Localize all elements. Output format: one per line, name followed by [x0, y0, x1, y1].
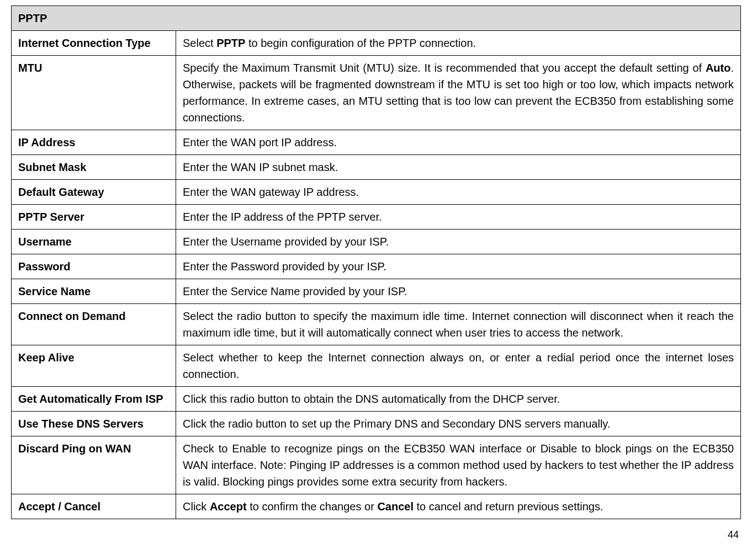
table-row: Subnet Mask Enter the WAN IP subnet mask…: [12, 155, 741, 180]
table-header-row: PPTP: [12, 6, 741, 31]
table-row: Internet Connection Type Select PPTP to …: [12, 31, 741, 56]
row-label: Connect on Demand: [12, 304, 176, 345]
table-row: Default Gateway Enter the WAN gateway IP…: [12, 180, 741, 205]
row-label: PPTP Server: [12, 205, 176, 230]
row-label: Discard Ping on WAN: [12, 436, 176, 494]
row-description: Select PPTP to begin configuration of th…: [176, 31, 741, 56]
table-row: Discard Ping on WAN Check to Enable to r…: [12, 436, 741, 494]
row-description: Click the radio button to set up the Pri…: [176, 412, 741, 436]
row-label: Use These DNS Servers: [12, 412, 176, 436]
row-label: Default Gateway: [12, 180, 176, 205]
row-description: Enter the Username provided by your ISP.: [176, 230, 741, 254]
row-description: Enter the WAN gateway IP address.: [176, 180, 741, 205]
table-row: MTU Specify the Maximum Transmit Unit (M…: [12, 56, 741, 130]
row-description: Enter the WAN IP subnet mask.: [176, 155, 741, 180]
row-label: Subnet Mask: [12, 155, 176, 180]
table-row: Service Name Enter the Service Name prov…: [12, 279, 741, 304]
table-row: PPTP Server Enter the IP address of the …: [12, 205, 741, 230]
row-description: Enter the WAN port IP address.: [176, 130, 741, 155]
pptp-settings-table: PPTP Internet Connection Type Select PPT…: [11, 6, 741, 519]
row-label: Internet Connection Type: [12, 31, 176, 56]
row-label: Accept / Cancel: [12, 494, 176, 519]
table-row: Use These DNS Servers Click the radio bu…: [12, 412, 741, 436]
row-description: Enter the IP address of the PPTP server.: [176, 205, 741, 230]
row-description: Enter the Service Name provided by your …: [176, 279, 741, 304]
table-row: Password Enter the Password provided by …: [12, 254, 741, 279]
row-label: Get Automatically From ISP: [12, 387, 176, 412]
table-row: Get Automatically From ISP Click this ra…: [12, 387, 741, 412]
row-description: Click Accept to confirm the changes or C…: [176, 494, 741, 519]
row-description: Check to Enable to recognize pings on th…: [176, 436, 741, 494]
row-description: Specify the Maximum Transmit Unit (MTU) …: [176, 56, 741, 130]
row-label: IP Address: [12, 130, 176, 155]
row-description: Enter the Password provided by your ISP.: [176, 254, 741, 279]
row-description: Click this radio button to obtain the DN…: [176, 387, 741, 412]
row-label: Keep Alive: [12, 345, 176, 387]
row-label: Username: [12, 230, 176, 254]
table-row: Keep Alive Select whether to keep the In…: [12, 345, 741, 387]
row-label: Service Name: [12, 279, 176, 304]
table-header-title: PPTP: [12, 6, 741, 31]
row-description: Select the radio button to specify the m…: [176, 304, 741, 345]
table-row: Accept / Cancel Click Accept to confirm …: [12, 494, 741, 519]
page-number: 44: [11, 529, 741, 541]
table-row: Username Enter the Username provided by …: [12, 230, 741, 254]
row-description: Select whether to keep the Internet conn…: [176, 345, 741, 387]
table-row: IP Address Enter the WAN port IP address…: [12, 130, 741, 155]
table-row: Connect on Demand Select the radio butto…: [12, 304, 741, 345]
row-label: Password: [12, 254, 176, 279]
row-label: MTU: [12, 56, 176, 130]
